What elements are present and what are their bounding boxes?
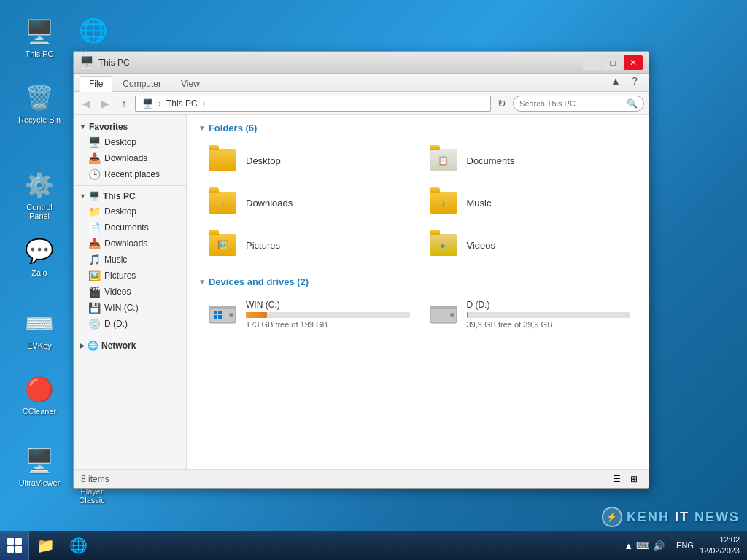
address-path[interactable]: 🖥️ › This PC › — [135, 96, 491, 112]
tray-arrow-icon[interactable]: ▲ — [624, 540, 633, 551]
tray-keyboard-icon[interactable]: ⌨ — [636, 540, 650, 551]
drive-free: 173 GB free of 199 GB — [246, 320, 410, 329]
folder-icon: 🖼️ — [88, 270, 101, 281]
folder-taskbar-icon: 📁 — [36, 537, 55, 554]
folder-icon: 🎬 — [88, 286, 101, 298]
details-view-button[interactable]: ☰ — [609, 472, 624, 486]
folders-grid: Desktop 📋 Documents — [198, 141, 637, 265]
drive-icon-wrap — [426, 300, 461, 329]
thispc-label: This PC — [103, 191, 136, 201]
sidebar: ▼ Favorites 🖥️ Desktop 📥 Downloads 🕒 Rec… — [74, 115, 187, 469]
folder-item-downloads[interactable]: Downloads — [198, 183, 417, 222]
section-arrow-icon: ▼ — [198, 124, 206, 132]
folder-item-desktop[interactable]: Desktop — [198, 141, 417, 180]
folder-item-documents[interactable]: 📋 Documents — [419, 141, 638, 180]
window-title: This PC — [98, 58, 583, 68]
desktop-icon-control-panel[interactable]: ⚙️ Control Panel — [13, 168, 66, 223]
sidebar-item-downloads[interactable]: 📥 Downloads — [74, 150, 186, 166]
folder-item-videos[interactable]: Videos — [419, 225, 638, 265]
folder-item-pictures[interactable]: 🖼️ Pictures — [198, 225, 417, 265]
folder-icon-wrap: 🖼️ — [205, 230, 240, 260]
folder-name: Pictures — [246, 240, 280, 251]
forward-button[interactable]: ▶ — [97, 96, 113, 112]
watermark-text: KENH IT NEWS — [627, 510, 740, 525]
desktop-icon-evkey[interactable]: ⌨️ EVKey — [13, 306, 66, 353]
svg-rect-1 — [209, 306, 236, 309]
sidebar-item-videos[interactable]: 🎬 Videos — [74, 284, 186, 300]
drive-item-dd[interactable]: D (D:) 39,9 GB free of 39,9 GB — [419, 295, 638, 334]
refresh-button[interactable]: ↻ — [494, 96, 510, 112]
tray-lang[interactable]: ENG — [676, 541, 694, 550]
folders-section-title: Folders (6) — [209, 122, 257, 133]
clock-date: 12/02/2023 — [700, 545, 740, 556]
sidebar-divider — [74, 335, 186, 335]
sidebar-header-thispc[interactable]: ▼ 🖥️ This PC — [74, 189, 186, 203]
sidebar-item-dd[interactable]: 💿 D (D:) — [74, 316, 186, 332]
folder-icon — [430, 234, 457, 256]
sidebar-item-documents[interactable]: 📄 Documents — [74, 219, 186, 236]
sidebar-item-winc[interactable]: 💾 WIN (C:) — [74, 300, 186, 316]
desktop-icon-recycle-bin[interactable]: 🗑️ Recycle Bin — [13, 80, 66, 127]
sidebar-item-desktop[interactable]: 🖥️ Desktop — [74, 134, 186, 150]
network-label: Network — [101, 341, 136, 351]
close-button[interactable]: ✕ — [624, 55, 643, 70]
drive-item-winc[interactable]: WIN (C:) 173 GB free of 199 GB — [198, 295, 417, 334]
desktop-icon-this-pc[interactable]: 🖥️ This PC — [13, 15, 66, 61]
help-button[interactable]: ? — [627, 73, 643, 89]
sidebar-item-music[interactable]: 🎵 Music — [74, 252, 186, 268]
sidebar-header-favorites[interactable]: ▼ Favorites — [74, 120, 186, 134]
desktop-icon-label: CCleaner — [23, 407, 56, 416]
folder-icon: 📋 — [430, 149, 457, 171]
path-this-pc[interactable]: This PC — [164, 98, 200, 109]
large-icons-view-button[interactable]: ⊞ — [627, 472, 641, 486]
tray-volume-icon[interactable]: 🔊 — [653, 540, 665, 551]
content-area: ▼ Folders (6) Desktop — [187, 115, 649, 469]
sidebar-header-network[interactable]: ▶ 🌐 Network — [74, 338, 186, 353]
path-icon: 🖥️ — [140, 98, 155, 109]
up-button[interactable]: ↑ — [116, 96, 132, 112]
sidebar-item-downloads2[interactable]: 📥 Downloads — [74, 236, 186, 252]
sidebar-item-desktop2[interactable]: 📁 Desktop — [74, 203, 186, 219]
folder-icon — [430, 192, 457, 214]
svg-rect-3 — [214, 311, 217, 314]
back-button[interactable]: ◀ — [78, 96, 94, 112]
desktop-icon-ultraviwer[interactable]: 🖥️ UltraViewer — [13, 443, 66, 490]
desktop-icon-zalo[interactable]: 💬 Zalo — [13, 233, 66, 280]
window-controls: ─ □ ✕ — [583, 55, 643, 70]
minimize-button[interactable]: ─ — [583, 55, 602, 70]
clock[interactable]: 12:02 12/02/2023 — [700, 534, 740, 557]
folder-icon: 📄 — [88, 222, 101, 233]
drive-icon-wrap — [205, 300, 240, 329]
taskbar-chrome-button[interactable]: 🌐 — [63, 531, 93, 560]
search-input[interactable] — [519, 99, 627, 108]
sidebar-section-network: ▶ 🌐 Network — [74, 338, 186, 353]
drive-icon: 💾 — [88, 302, 101, 314]
sidebar-item-recent[interactable]: 🕒 Recent places — [74, 166, 186, 182]
ribbon: File Computer View ▲ ? — [74, 74, 649, 92]
title-bar: 🖥️ This PC ─ □ ✕ — [74, 52, 649, 74]
maximize-button[interactable]: □ — [603, 55, 622, 70]
tab-computer[interactable]: Computer — [113, 76, 171, 91]
drives-section-title: Devices and drives (2) — [209, 276, 309, 287]
taskbar-explorer-button[interactable]: 📁 — [31, 531, 61, 560]
sidebar-item-pictures[interactable]: 🖼️ Pictures — [74, 268, 186, 284]
tab-file[interactable]: File — [80, 76, 112, 92]
sidebar-item-label: Desktop — [104, 206, 136, 217]
status-view-controls: ☰ ⊞ — [609, 472, 641, 486]
favorites-label: Favorites — [89, 122, 128, 132]
folder-icon-wrap: 📋 — [426, 146, 461, 175]
tray-icons: ▲ ⌨ 🔊 — [624, 540, 665, 551]
folder-item-music[interactable]: Music — [419, 183, 638, 222]
hdd-icon — [429, 301, 458, 327]
folder-name: Desktop — [246, 155, 281, 166]
tab-view[interactable]: View — [171, 76, 209, 91]
desktop-icon-ccleaner[interactable]: 🔴 CCleaner — [13, 372, 66, 419]
start-button[interactable] — [0, 531, 29, 560]
svg-point-2 — [229, 313, 233, 317]
status-bar: 8 items ☰ ⊞ — [74, 469, 649, 488]
svg-rect-6 — [218, 315, 222, 319]
search-box[interactable]: 🔍 — [513, 96, 644, 112]
watermark: ⚡ KENH IT NEWS — [602, 507, 740, 527]
desktop-icon-label: UltraViewer — [19, 478, 61, 487]
ribbon-expand-button[interactable]: ▲ — [608, 73, 624, 89]
